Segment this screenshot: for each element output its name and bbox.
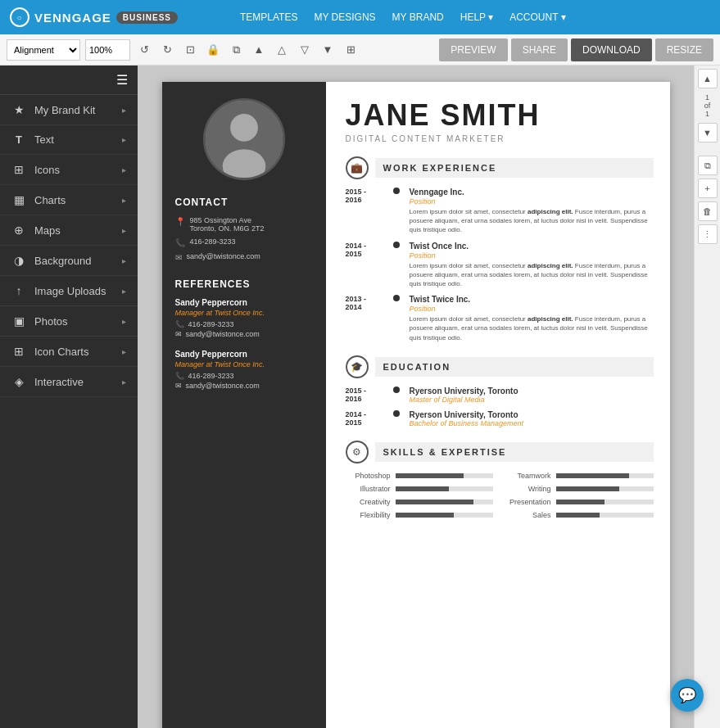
redo-button[interactable]: ↻ bbox=[158, 41, 176, 59]
skill-label-flexibility: Flexibility bbox=[346, 511, 391, 519]
edu-school-2: Ryerson University, Toronto bbox=[410, 410, 654, 419]
skill-bar-creativity-fill bbox=[396, 500, 473, 504]
sidebar-item-charts[interactable]: ▦ Charts ▸ bbox=[0, 185, 138, 215]
sidebar-item-background[interactable]: ◑ Background ▸ bbox=[0, 246, 138, 276]
zoom-input[interactable] bbox=[85, 39, 130, 61]
work-entry-1: 2015 - 2016 Venngage Inc. Position Lorem… bbox=[346, 188, 654, 235]
brand-kit-icon: ★ bbox=[11, 103, 26, 116]
skill-label-illustrator: Illustrator bbox=[346, 485, 391, 493]
down2-button[interactable]: ▼ bbox=[319, 41, 337, 59]
edu-degree-2: Bachelor of Business Management bbox=[410, 419, 654, 427]
ref2-phone-icon: 📞 bbox=[175, 372, 184, 380]
panel-copy-button[interactable]: ⧉ bbox=[698, 156, 718, 175]
sidebar-item-photos[interactable]: ▣ Photos ▸ bbox=[0, 306, 138, 337]
skill-bar-writing-bg bbox=[556, 486, 654, 491]
contact-heading: CONTACT bbox=[175, 197, 313, 208]
work-dot-2 bbox=[390, 242, 403, 248]
education-header: 🎓 EDUCATION bbox=[346, 355, 654, 378]
resume-left-panel: CONTACT 📍 985 Ossington AveToronto, ON. … bbox=[162, 82, 326, 728]
sidebar-item-maps[interactable]: ⊕ Maps ▸ bbox=[0, 215, 138, 246]
sidebar-label-background: Background bbox=[34, 255, 114, 267]
crop-button[interactable]: ⊡ bbox=[181, 41, 199, 59]
work-position-3: Position bbox=[410, 305, 654, 313]
education-title-bar: EDUCATION bbox=[375, 357, 654, 377]
skills-title: SKILLS & EXPERTISE bbox=[383, 447, 507, 457]
dot-1 bbox=[393, 188, 400, 194]
edu-content-2: Ryerson University, Toronto Bachelor of … bbox=[410, 410, 654, 427]
scroll-up-button[interactable]: ▲ bbox=[698, 69, 718, 88]
panel-add-button[interactable]: + bbox=[698, 179, 718, 198]
sidebar-label-image-uploads: Image Uploads bbox=[34, 285, 114, 297]
nav-my-brand[interactable]: MY BRAND bbox=[392, 11, 444, 23]
nav-help[interactable]: HELP ▾ bbox=[460, 11, 493, 23]
sidebar-item-icon-charts[interactable]: ⊞ Icon Charts ▸ bbox=[0, 337, 138, 367]
work-company-2: Twist Once Inc. bbox=[410, 242, 654, 251]
sidebar-item-interactive[interactable]: ◈ Interactive ▸ bbox=[0, 367, 138, 397]
canvas-area[interactable]: CONTACT 📍 985 Ossington AveToronto, ON. … bbox=[138, 66, 694, 728]
copy-button[interactable]: ⧉ bbox=[227, 41, 245, 59]
contact-email: ✉ sandy@twistonce.com bbox=[175, 252, 313, 262]
skill-teamwork: Teamwork bbox=[506, 472, 654, 480]
chevron-icons: ▸ bbox=[122, 165, 126, 174]
work-desc-1: Lorem ipsum dolor sit amet, consectetur … bbox=[410, 207, 654, 235]
share-button[interactable]: SHARE bbox=[511, 38, 568, 61]
sidebar-label-charts: Charts bbox=[34, 194, 114, 206]
resize-button[interactable]: RESIZE bbox=[655, 38, 713, 61]
grid-button[interactable]: ⊞ bbox=[342, 41, 360, 59]
down-button[interactable]: ▽ bbox=[296, 41, 314, 59]
sidebar-item-brand-kit[interactable]: ★ My Brand Kit ▸ bbox=[0, 95, 138, 125]
skills-left-col: Photoshop Illustrator bbox=[346, 472, 493, 524]
resume-right-panel: JANE SMITH DIGITAL CONTENT MARKETER 💼 WO… bbox=[326, 82, 670, 728]
chevron-brand-kit: ▸ bbox=[122, 106, 126, 115]
download-button[interactable]: DOWNLOAD bbox=[571, 38, 652, 61]
up2-button[interactable]: △ bbox=[273, 41, 291, 59]
up-button[interactable]: ▲ bbox=[250, 41, 268, 59]
skill-creativity: Creativity bbox=[346, 498, 493, 506]
chat-button[interactable]: 💬 bbox=[671, 679, 704, 712]
skills-grid: Photoshop Illustrator bbox=[346, 472, 654, 524]
work-date-2: 2014 - 2015 bbox=[346, 242, 385, 258]
chevron-maps: ▸ bbox=[122, 226, 126, 235]
skill-presentation: Presentation bbox=[506, 498, 654, 506]
alignment-select[interactable]: Alignment bbox=[7, 39, 80, 61]
skill-bar-photoshop-bg bbox=[396, 473, 493, 478]
references-section: REFERENCES Sandy Peppercorn Manager at T… bbox=[175, 278, 313, 390]
nav-account[interactable]: ACCOUNT ▾ bbox=[509, 11, 565, 23]
ref1-email-icon: ✉ bbox=[175, 330, 182, 338]
preview-button[interactable]: PREVIEW bbox=[439, 38, 507, 61]
edu-content-1: Ryerson University, Toronto Master of Di… bbox=[410, 387, 654, 404]
resume-job-title: DIGITAL CONTENT MARKETER bbox=[346, 134, 654, 143]
ref2-phone: 📞 416-289-3233 bbox=[175, 372, 313, 380]
sidebar-item-text[interactable]: T Text ▸ bbox=[0, 125, 138, 155]
panel-more-button[interactable]: ⋮ bbox=[698, 224, 718, 244]
ref1-phone: 📞 416-289-3233 bbox=[175, 320, 313, 328]
skill-writing: Writing bbox=[506, 485, 654, 493]
skill-photoshop: Photoshop bbox=[346, 472, 493, 480]
sidebar-label-icon-charts: Icon Charts bbox=[34, 346, 114, 358]
scroll-down-button[interactable]: ▼ bbox=[698, 123, 718, 142]
toolbar: Alignment ↺ ↻ ⊡ 🔒 ⧉ ▲ △ ▽ ▼ ⊞ PREVIEW SH… bbox=[0, 34, 720, 66]
work-dot-3 bbox=[390, 295, 403, 301]
reference-2: Sandy Peppercorn Manager at Twist Once I… bbox=[175, 350, 313, 390]
ref2-role: Manager at Twist Once Inc. bbox=[175, 360, 313, 369]
skills-title-bar: SKILLS & EXPERTISE bbox=[375, 442, 654, 462]
lock-button[interactable]: 🔒 bbox=[204, 41, 222, 59]
chevron-icon-charts: ▸ bbox=[122, 347, 126, 356]
panel-delete-button[interactable]: 🗑 bbox=[698, 201, 718, 221]
resume-name: JANE SMITH bbox=[346, 98, 654, 133]
nav-templates[interactable]: TEMPLATES bbox=[240, 11, 297, 23]
nav-my-designs[interactable]: MY DESIGNS bbox=[314, 11, 375, 23]
sidebar-item-image-uploads[interactable]: ↑ Image Uploads ▸ bbox=[0, 276, 138, 306]
hamburger-icon[interactable]: ☰ bbox=[116, 72, 128, 88]
contact-address: 📍 985 Ossington AveToronto, ON. M6G 2T2 bbox=[175, 216, 313, 233]
work-experience-icon: 💼 bbox=[346, 156, 369, 179]
skill-bar-flexibility-bg bbox=[396, 513, 493, 518]
work-date-1: 2015 - 2016 bbox=[346, 188, 385, 204]
skill-bar-sales-fill bbox=[556, 513, 600, 518]
undo-button[interactable]: ↺ bbox=[135, 41, 153, 59]
skill-bar-presentation-bg bbox=[556, 500, 654, 504]
svg-point-1 bbox=[230, 114, 258, 142]
main-layout: ☰ ★ My Brand Kit ▸ T Text ▸ ⊞ Icons ▸ ▦ … bbox=[0, 66, 720, 728]
sidebar-item-icons[interactable]: ⊞ Icons ▸ bbox=[0, 155, 138, 185]
skill-bar-sales-bg bbox=[556, 513, 654, 518]
